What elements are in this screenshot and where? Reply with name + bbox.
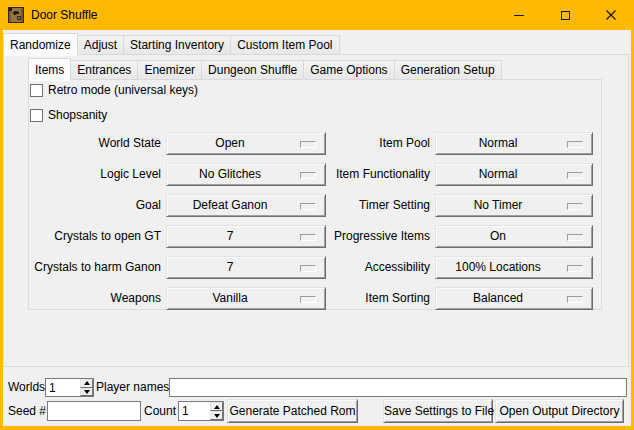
worlds-spin-down-button[interactable] [80, 388, 93, 397]
timer-setting-dropdown[interactable]: No Timer [435, 194, 593, 217]
timer-setting-value: No Timer [440, 195, 556, 216]
generate-patched-rom-button[interactable]: Generate Patched Rom [227, 399, 358, 423]
down-arrow-icon [214, 414, 220, 418]
goal-label: Goal [3, 194, 161, 217]
crystals-ganon-label: Crystals to harm Ganon [3, 256, 161, 279]
menu-indicator [300, 296, 316, 303]
accessibility-dropdown[interactable]: 100% Locations [435, 256, 593, 279]
menu-indicator [300, 172, 316, 179]
shopsanity-label: Shopsanity [48, 109, 107, 122]
world-state-value: Open [171, 133, 289, 154]
client-area: Randomize Adjust Starting Inventory Cust… [3, 30, 631, 426]
count-spin-up-button[interactable] [210, 402, 223, 411]
crystals-gt-value: 7 [171, 226, 289, 247]
menu-indicator [567, 265, 583, 272]
accessibility-label: Accessibility [323, 256, 430, 279]
item-sorting-dropdown[interactable]: Balanced [435, 287, 593, 310]
worlds-spinbox [45, 378, 94, 397]
item-pool-label: Item Pool [323, 132, 430, 155]
maximize-icon [561, 11, 570, 20]
logic-level-dropdown[interactable]: No Glitches [166, 163, 326, 186]
item-pool-value: Normal [440, 133, 556, 154]
tab-dungeon-shuffle[interactable]: Dungeon Shuffle [201, 60, 304, 80]
door-icon [8, 7, 24, 23]
open-output-directory-label: Open Output Directory [496, 400, 623, 422]
shopsanity-checkbox[interactable] [30, 109, 43, 122]
logic-level-value: No Glitches [171, 164, 289, 185]
maximize-button[interactable] [542, 0, 588, 30]
window-title: Door Shuffle [31, 0, 98, 30]
weapons-value: Vanilla [171, 288, 289, 309]
app-window: Door Shuffle Randomize Adjust Starting I… [0, 0, 634, 430]
tab-game-options[interactable]: Game Options [303, 60, 394, 80]
menu-indicator [567, 172, 583, 179]
weapons-dropdown[interactable]: Vanilla [166, 287, 326, 310]
player-names-input[interactable] [169, 378, 627, 397]
count-label: Count [144, 401, 176, 421]
menu-indicator [300, 265, 316, 272]
tab-adjust[interactable]: Adjust [77, 35, 124, 55]
count-spin-down-button[interactable] [210, 411, 223, 420]
progressive-items-label: Progressive Items [323, 225, 430, 248]
item-functionality-dropdown[interactable]: Normal [435, 163, 593, 186]
tab-custom-item-pool[interactable]: Custom Item Pool [230, 35, 339, 55]
crystals-ganon-value: 7 [171, 257, 289, 278]
item-functionality-value: Normal [440, 164, 556, 185]
goal-dropdown[interactable]: Defeat Ganon [166, 194, 326, 217]
down-arrow-icon [84, 390, 90, 394]
worlds-label: Worlds [8, 378, 45, 397]
crystals-gt-label: Crystals to open GT [3, 225, 161, 248]
generate-patched-rom-label: Generate Patched Rom [228, 400, 357, 422]
item-pool-dropdown[interactable]: Normal [435, 132, 593, 155]
menu-indicator [300, 234, 316, 241]
item-sorting-label: Item Sorting [323, 287, 430, 310]
weapons-label: Weapons [3, 287, 161, 310]
close-icon [606, 10, 616, 20]
open-output-directory-button[interactable]: Open Output Directory [495, 399, 624, 423]
seed-label: Seed # [8, 401, 46, 421]
tab-randomize[interactable]: Randomize [3, 33, 78, 56]
up-arrow-icon [84, 381, 90, 385]
up-arrow-icon [214, 405, 220, 409]
titlebar[interactable]: Door Shuffle [0, 0, 634, 30]
seed-input[interactable] [47, 401, 141, 421]
crystals-ganon-dropdown[interactable]: 7 [166, 256, 326, 279]
timer-setting-label: Timer Setting [323, 194, 430, 217]
crystals-gt-dropdown[interactable]: 7 [166, 225, 326, 248]
count-input[interactable] [179, 402, 209, 420]
progressive-items-dropdown[interactable]: On [435, 225, 593, 248]
menu-indicator [567, 234, 583, 241]
tab-enemizer[interactable]: Enemizer [137, 60, 202, 80]
menu-indicator [567, 141, 583, 148]
worlds-input[interactable] [46, 379, 79, 396]
tab-generation-setup[interactable]: Generation Setup [394, 60, 502, 80]
menu-indicator [567, 296, 583, 303]
retro-mode-checkbox[interactable] [30, 84, 43, 97]
sub-tabbar: Items Entrances Enemizer Dungeon Shuffle… [28, 57, 502, 80]
tab-entrances[interactable]: Entrances [70, 60, 138, 80]
menu-indicator [567, 203, 583, 210]
progressive-items-value: On [440, 226, 556, 247]
tab-starting-inventory[interactable]: Starting Inventory [123, 35, 231, 55]
player-names-label: Player names [96, 378, 169, 397]
world-state-dropdown[interactable]: Open [166, 132, 326, 155]
count-spinbox [178, 401, 224, 421]
minimize-icon [514, 15, 524, 16]
worlds-spin-up-button[interactable] [80, 379, 93, 388]
item-sorting-value: Balanced [440, 288, 556, 309]
minimize-button[interactable] [496, 0, 542, 30]
world-state-label: World State [3, 132, 161, 155]
logic-level-label: Logic Level [3, 163, 161, 186]
goal-value: Defeat Ganon [171, 195, 289, 216]
main-tabbar: Randomize Adjust Starting Inventory Cust… [3, 32, 340, 55]
tab-items[interactable]: Items [28, 58, 71, 81]
item-functionality-label: Item Functionality [323, 163, 430, 186]
save-settings-button[interactable]: Save Settings to File [383, 399, 493, 423]
close-button[interactable] [588, 0, 634, 30]
save-settings-label: Save Settings to File [384, 400, 492, 422]
menu-indicator [300, 141, 316, 148]
accessibility-value: 100% Locations [440, 257, 556, 278]
retro-mode-label: Retro mode (universal keys) [48, 84, 198, 97]
menu-indicator [300, 203, 316, 210]
